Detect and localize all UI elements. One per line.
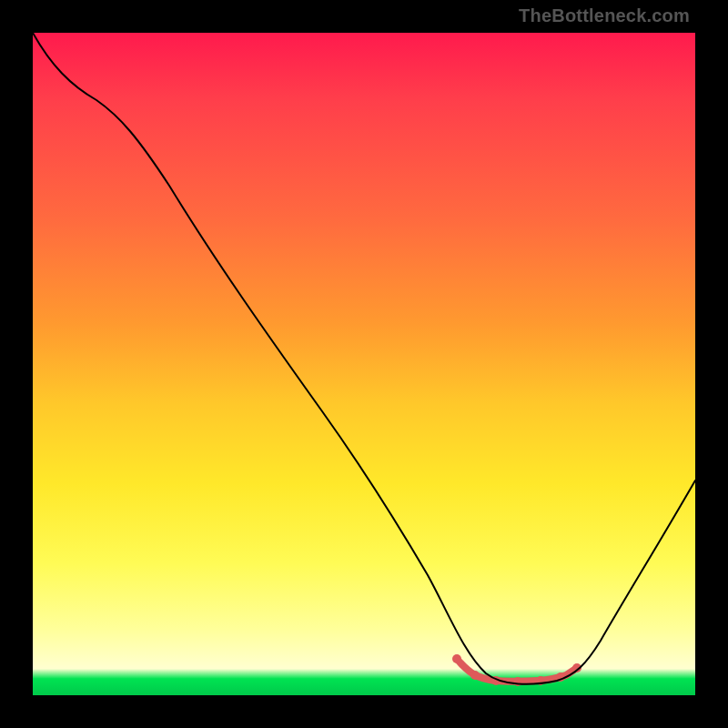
main-curve <box>33 33 695 684</box>
svg-point-2 <box>491 676 500 685</box>
svg-point-0 <box>452 654 461 663</box>
plot-area <box>33 33 695 695</box>
inset-curve <box>457 659 577 682</box>
svg-point-6 <box>572 663 581 672</box>
watermark-text: TheBottleneck.com <box>519 5 690 26</box>
svg-point-3 <box>513 677 522 686</box>
curves-layer <box>33 33 695 695</box>
inset-curve-dots <box>452 654 581 686</box>
svg-point-4 <box>536 676 545 685</box>
svg-point-1 <box>470 671 480 680</box>
svg-point-5 <box>556 672 565 682</box>
chart-viewport: TheBottleneck.com <box>0 0 728 728</box>
